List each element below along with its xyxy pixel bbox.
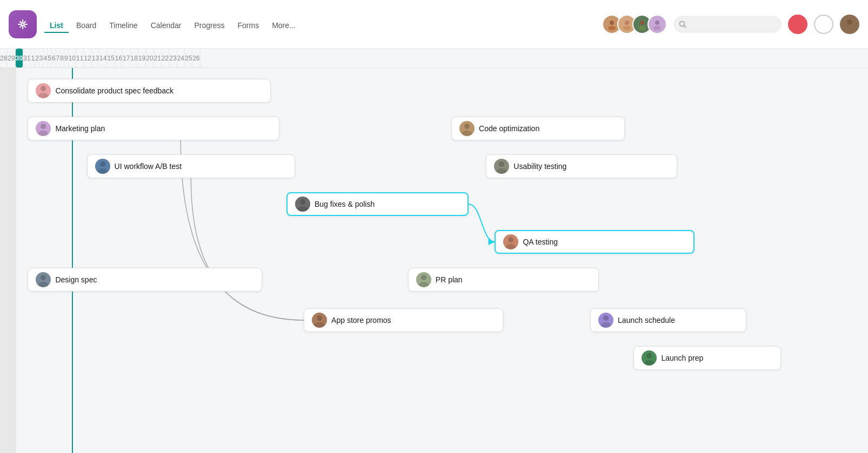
svg-point-26: [41, 275, 46, 280]
task-label-t9: PR plan: [436, 275, 463, 284]
svg-point-27: [38, 282, 48, 287]
task-card-t10[interactable]: App store promos: [304, 308, 503, 332]
task-avatar-t11: [598, 313, 613, 328]
task-label-t2: Marketing plan: [55, 124, 105, 133]
svg-point-32: [603, 315, 609, 321]
svg-point-4: [640, 21, 644, 25]
svg-point-18: [300, 199, 305, 205]
date-cell-18: 18: [131, 49, 138, 67]
svg-point-29: [419, 282, 429, 287]
date-cell-24: 24: [177, 49, 185, 67]
task-label-t8: Design spec: [55, 275, 97, 284]
date-cell-31: 31: [23, 49, 31, 67]
svg-point-34: [646, 353, 652, 359]
svg-point-7: [653, 26, 661, 30]
date-cell-1: Sep1: [31, 49, 35, 67]
user-avatar[interactable]: [840, 15, 859, 34]
help-button[interactable]: [814, 15, 833, 34]
svg-point-12: [41, 86, 46, 91]
task-card-t9[interactable]: PR plan: [408, 268, 599, 292]
date-cell-26: 26: [192, 49, 200, 67]
date-cell-17: 17: [123, 49, 130, 67]
date-cell-8: 8: [60, 49, 64, 67]
svg-point-10: [847, 19, 852, 25]
task-avatar-t12: [642, 350, 657, 366]
task-card-t3[interactable]: UI workflow A/B test: [87, 154, 295, 178]
task-avatar-t6: [459, 121, 475, 136]
date-ruler: 28293031Sep12345678910111213141516171819…: [0, 49, 868, 68]
svg-point-17: [98, 168, 108, 174]
task-avatar-t1: [36, 83, 51, 98]
date-cell-19: 19: [138, 49, 146, 67]
svg-point-0: [610, 21, 614, 25]
task-label-t11: Launch schedule: [618, 316, 675, 324]
date-cell-15: 15: [107, 49, 115, 67]
nav-tab-list[interactable]: List: [44, 19, 69, 33]
nav-tab-more[interactable]: More...: [266, 19, 301, 33]
search-input[interactable]: [673, 16, 782, 33]
add-button[interactable]: [788, 15, 807, 34]
nav-tab-progress[interactable]: Progress: [189, 19, 230, 33]
date-cell-4: 4: [44, 49, 48, 67]
svg-point-15: [38, 131, 48, 136]
task-avatar-t10: [312, 313, 327, 328]
svg-point-22: [464, 124, 470, 129]
collaborator-avatar-4[interactable]: [647, 15, 667, 34]
date-cell-20: 20: [146, 49, 153, 67]
date-cell-10: 10: [69, 49, 76, 67]
task-card-t2[interactable]: Marketing plan: [28, 117, 279, 140]
task-card-t8[interactable]: Design spec: [28, 268, 262, 292]
svg-point-16: [100, 161, 105, 167]
date-cell-6: 6: [52, 49, 56, 67]
date-cell-2: 2: [35, 49, 39, 67]
header: ListBoardTimelineCalendarProgressFormsMo…: [0, 0, 868, 49]
date-cell-25: 25: [185, 49, 192, 67]
svg-point-28: [421, 275, 426, 280]
app-logo[interactable]: [9, 10, 37, 38]
date-cell-5: 5: [48, 49, 52, 67]
svg-line-9: [684, 25, 686, 28]
header-right: [602, 15, 859, 34]
date-cell-16: 16: [115, 49, 123, 67]
task-card-t4[interactable]: Bug fixes & polish: [286, 192, 469, 216]
task-avatar-t5: [503, 234, 518, 249]
svg-point-5: [638, 26, 646, 30]
task-label-t7: Usability testing: [513, 162, 566, 171]
date-cell-11: 11: [76, 49, 84, 67]
svg-point-6: [655, 21, 659, 25]
svg-point-20: [508, 237, 513, 242]
task-avatar-t2: [36, 121, 51, 136]
date-cell-14: 14: [99, 49, 107, 67]
date-cell-9: 9: [64, 49, 69, 67]
task-card-t6[interactable]: Code optimization: [451, 117, 625, 140]
task-card-t1[interactable]: Consolidate product spec feedback: [28, 79, 271, 103]
date-cell-29: 29: [8, 49, 15, 67]
task-label-t3: UI workflow A/B test: [115, 162, 182, 171]
svg-point-31: [315, 322, 324, 328]
nav-tab-calendar[interactable]: Calendar: [145, 19, 187, 33]
task-card-t11[interactable]: Launch schedule: [590, 308, 746, 332]
svg-point-1: [608, 26, 616, 30]
svg-point-3: [623, 26, 631, 30]
nav-tab-forms[interactable]: Forms: [232, 19, 265, 33]
task-card-t7[interactable]: Usability testing: [486, 154, 677, 178]
svg-point-24: [499, 161, 504, 167]
nav-tabs: ListBoardTimelineCalendarProgressFormsMo…: [44, 19, 602, 33]
nav-tab-timeline[interactable]: Timeline: [104, 19, 143, 33]
svg-point-21: [506, 244, 516, 249]
date-cell-22: 22: [162, 49, 169, 67]
svg-point-23: [462, 131, 472, 136]
task-label-t6: Code optimization: [479, 124, 539, 133]
timeline-container: 28293031Sep12345678910111213141516171819…: [0, 49, 868, 453]
task-card-t12[interactable]: Launch prep: [633, 346, 781, 370]
nav-tab-board[interactable]: Board: [71, 19, 102, 33]
task-label-t1: Consolidate product spec feedback: [55, 86, 173, 95]
date-cell-7: 7: [56, 49, 61, 67]
task-card-t5[interactable]: QA testing: [495, 230, 694, 254]
task-label-t4: Bug fixes & polish: [315, 200, 375, 208]
task-avatar-t7: [494, 159, 509, 174]
task-avatar-t3: [95, 159, 110, 174]
svg-point-19: [298, 206, 308, 212]
task-label-t12: Launch prep: [661, 354, 703, 362]
date-cell-30: 30: [16, 49, 23, 67]
